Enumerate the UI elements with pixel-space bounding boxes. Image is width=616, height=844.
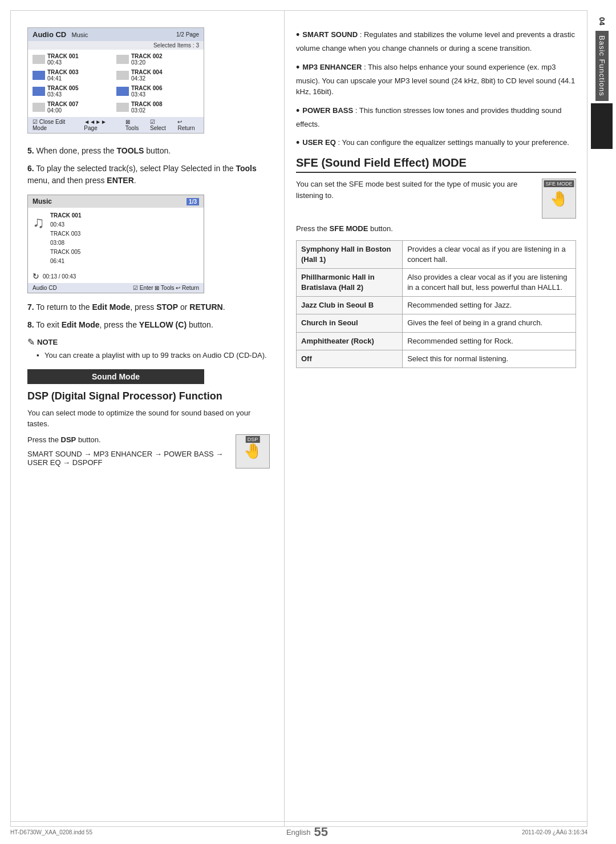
screenshot-header: Audio CD Music 1/2 Page	[28, 28, 204, 41]
sfe-mode-name: Jazz Club in Seoul B	[297, 297, 403, 314]
track-icon	[116, 55, 129, 64]
screenshot-title-text: Audio CD	[33, 30, 66, 39]
track-icon	[116, 71, 129, 80]
progress-time: 00:13 / 00:43	[43, 273, 76, 280]
note-list: You can create a playlist with up to 99 …	[27, 350, 270, 361]
table-row: Phillharmonic Hall in Bratislava (Hall 2…	[297, 268, 576, 296]
page-language: English	[286, 828, 311, 837]
music-box-header: Music 1/3	[28, 195, 204, 208]
sfe-text: You can set the SFE mode best suited for…	[296, 179, 576, 201]
sfe-section: SFE (Sound Field Effect) MODE SFE MODE 🤚…	[296, 156, 576, 368]
track-icon-selected	[33, 87, 45, 96]
track-text: TRACK 00603:43	[131, 85, 162, 98]
step-6: 6. To play the selected track(s), select…	[27, 163, 270, 187]
dsp-button-label: DSP	[246, 436, 260, 443]
sfe-title: SFE (Sound Field Effect) MODE	[296, 156, 576, 173]
step-8-number: 8.	[27, 320, 34, 329]
track-item: TRACK 00803:02	[116, 100, 199, 115]
music-info: TRACK 001 00:43 TRACK 003 03:08 TRACK 00…	[50, 211, 81, 266]
table-row: Off Select this for normal listening.	[297, 350, 576, 368]
track-text: TRACK 00803:02	[131, 101, 162, 114]
sfe-mode-desc: Provides a clear vocal as if you are lis…	[403, 240, 576, 268]
track-text: TRACK 00304:41	[47, 69, 78, 82]
track-icon-selected	[116, 87, 129, 96]
music-footer: Audio CD ☑ Enter ⊠ Tools ↩ Return	[28, 283, 204, 293]
sfe-mode-name: Symphony Hall in Boston (Hall 1)	[297, 240, 403, 268]
step-7-number: 7.	[27, 302, 34, 312]
hand-icon: 🤚	[244, 442, 262, 460]
footer-item: ◄◄►► Page	[84, 119, 118, 131]
track-text: TRACK 00100:43	[47, 53, 78, 66]
step-8-text: To exit Edit Mode, press the YELLOW (C) …	[36, 320, 213, 329]
main-content: Audio CD Music 1/2 Page Selected Items :…	[10, 10, 587, 827]
track-icon	[116, 103, 129, 112]
sfe-button-image: SFE MODE 🤚	[542, 179, 576, 219]
sfe-mode-desc: Recommended setting for Rock.	[403, 332, 576, 350]
music-box-indicator: 1/3	[187, 198, 199, 205]
screenshot-title: Audio CD Music	[33, 30, 88, 39]
sfe-mode-name: Phillharmonic Hall in Bratislava (Hall 2…	[297, 268, 403, 296]
footer-date: 2011-02-09 ¿ÀÀû 3:16:34	[522, 829, 587, 835]
sound-mode-banner: Sound Mode	[27, 369, 204, 384]
track-item: TRACK 00404:32	[116, 68, 199, 83]
note-section: ✎ NOTE You can create a playlist with up…	[27, 337, 270, 361]
step-6-number: 6.	[27, 164, 34, 173]
music-box-content: ♫ TRACK 001 00:43 TRACK 003 03:08 TRACK …	[28, 208, 204, 269]
side-tab-decoration	[591, 103, 613, 149]
bullet-smart-sound: SMART SOUND : Regulates and stabilizes t…	[296, 27, 576, 54]
track-item: TRACK 00704:00	[33, 100, 115, 115]
table-row: Jazz Club in Seoul B Recommended setting…	[297, 297, 576, 314]
music-player-box: Music 1/3 ♫ TRACK 001 00:43 TRACK 003 03…	[27, 195, 204, 293]
sfe-mode-desc: Also provides a clear vocal as if you ar…	[403, 268, 576, 296]
track-text: TRACK 00503:43	[47, 85, 78, 98]
left-column: Audio CD Music 1/2 Page Selected Items :…	[10, 10, 284, 827]
sfe-button-label: SFE MODE	[544, 180, 574, 187]
dsp-flow: SMART SOUND → MP3 ENHANCER → POWER BASS …	[27, 450, 270, 467]
table-row: Amphitheater (Rock) Recommended setting …	[297, 332, 576, 350]
dsp-text1: You can select mode to optimize the soun…	[27, 407, 270, 430]
track-text: TRACK 00203:20	[131, 53, 162, 66]
dsp-button-image: DSP 🤚	[236, 434, 270, 469]
footer-item: ☑ Select	[150, 119, 171, 131]
music-footer-items: ☑ Enter ⊠ Tools ↩ Return	[133, 285, 199, 291]
sfe-mode-name: Off	[297, 350, 403, 368]
track-item: TRACK 00203:20	[116, 52, 199, 67]
music-source: Audio CD	[33, 285, 57, 291]
bullet-power-bass: POWER BASS : This function stresses low …	[296, 103, 576, 130]
note-item: You can create a playlist with up to 99 …	[37, 350, 270, 361]
step-7: 7. To return to the Edit Mode, press STO…	[27, 301, 270, 313]
track-item: TRACK 00603:43	[116, 84, 199, 99]
right-column: SMART SOUND : Regulates and stabilizes t…	[284, 10, 587, 827]
sfe-mode-desc: Select this for normal listening.	[403, 350, 576, 368]
page-num: 55	[314, 825, 328, 839]
track-icon	[33, 55, 45, 64]
step-5-number: 5.	[27, 146, 34, 155]
bullet-mp3-enhancer: MP3 ENHANCER : This also helps enhance y…	[296, 60, 576, 98]
track-item: TRACK 00503:43	[33, 84, 115, 99]
dsp-press-row: DSP 🤚 Press the DSP button. SMART SOUND …	[27, 434, 270, 472]
music-note-icon: ♫	[33, 213, 44, 232]
screenshot-footer: ☑ Close Edit Mode ◄◄►► Page ⊠ Tools ☑ Se…	[28, 117, 204, 133]
sfe-table: Symphony Hall in Boston (Hall 1) Provide…	[296, 240, 576, 369]
chapter-label: Basic Functions	[595, 31, 609, 101]
music-progress: ↻ 00:13 / 00:43	[28, 269, 204, 283]
step-5-text: When done, press the TOOLS button.	[37, 146, 171, 155]
table-row: Symphony Hall in Boston (Hall 1) Provide…	[297, 240, 576, 268]
track-icon-selected	[33, 71, 45, 80]
sfe-hand-icon: 🤚	[550, 190, 568, 208]
footer-file: HT-D6730W_XAA_0208.indd 55	[10, 829, 92, 835]
chapter-number: 04	[598, 17, 606, 25]
sfe-mode-name: Amphitheater (Rock)	[297, 332, 403, 350]
screenshot-selected-items: Selected Items : 3	[28, 41, 204, 50]
table-row: Church in Seoul Gives the feel of being …	[297, 314, 576, 332]
screenshot-tracks: TRACK 00100:43 TRACK 00203:20 TRACK 0030…	[28, 50, 204, 117]
dsp-title: DSP (Digital Signal Processor) Function	[27, 390, 270, 403]
sfe-intro: SFE MODE 🤚 You can set the SFE mode best…	[296, 179, 576, 219]
track-item: TRACK 00304:41	[33, 68, 115, 83]
dsp-section: DSP (Digital Signal Processor) Function …	[27, 390, 270, 472]
track-item: TRACK 00100:43	[33, 52, 115, 67]
footer-item: ↩ Return	[177, 119, 199, 131]
dsp-press-text: Press the DSP button.	[27, 434, 270, 446]
step-7-text: To return to the Edit Mode, press STOP o…	[36, 302, 225, 312]
note-label: NOTE	[37, 338, 58, 346]
